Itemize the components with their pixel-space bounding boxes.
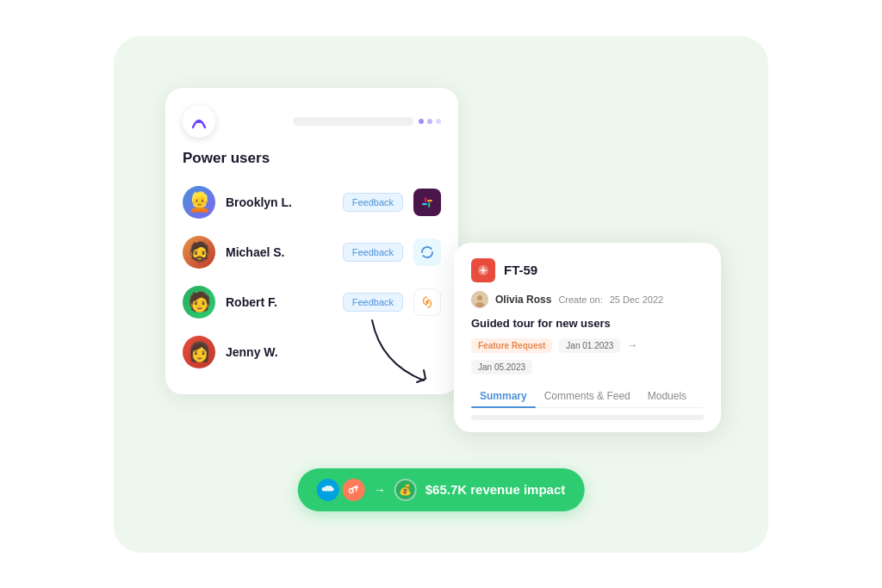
svg-point-10	[349, 488, 353, 492]
dot-2	[427, 119, 432, 124]
tab-comments-feed[interactable]: Comments & Feed	[536, 385, 639, 407]
date-arrow: →	[627, 339, 637, 351]
user-name-michael: Michael S.	[226, 245, 332, 259]
card-dots-menu[interactable]	[419, 119, 441, 124]
svg-rect-0	[425, 197, 426, 202]
revenue-flow-arrow: →	[374, 483, 386, 497]
power-users-title: Power users	[165, 150, 458, 177]
user-row[interactable]: 👱 Brooklyn L. Feedback	[165, 177, 458, 227]
arrow-decoration	[355, 312, 458, 398]
avatar-robert: 🧑	[183, 286, 215, 319]
user-row[interactable]: 🧔 Michael S. Feedback	[165, 227, 458, 277]
money-bag-icon: 💰	[394, 479, 417, 501]
ticket-author-avatar	[471, 291, 488, 308]
ticket-created-date: 25 Dec 2022	[610, 294, 663, 305]
user-name-brooklyn: Brooklyn L.	[226, 195, 332, 209]
date-start-tag: Jan 01.2023	[559, 338, 620, 353]
feature-request-tag: Feature Request	[471, 338, 552, 353]
svg-rect-1	[428, 202, 430, 207]
dot-3	[436, 119, 441, 124]
svg-point-4	[425, 300, 429, 304]
ticket-tabs: Summary Comments & Feed Moduels	[471, 385, 704, 408]
ticket-card: FT-59 Olivia Ross Create on: 25 Dec 2022…	[454, 243, 721, 432]
avatar-michael: 🧔	[183, 236, 215, 269]
date-end-tag: Jan 05.2023	[471, 360, 532, 374]
hubspot-icon	[343, 479, 365, 501]
svg-rect-2	[427, 200, 432, 201]
feedback-badge-michael: Feedback	[343, 243, 403, 262]
ticket-created-label: Create on:	[558, 294, 602, 305]
avatar-brooklyn: 👱	[183, 186, 215, 219]
revenue-bar: → 💰 $65.7K revenue impact	[298, 468, 585, 511]
ticket-content-placeholder	[471, 415, 704, 420]
revenue-amount: $65.7K revenue impact	[425, 482, 566, 497]
app-logo	[183, 105, 215, 138]
tab-modules[interactable]: Moduels	[639, 385, 695, 407]
svg-point-7	[477, 295, 482, 300]
tab-summary[interactable]: Summary	[471, 385, 536, 407]
ticket-icon	[471, 258, 495, 282]
ticket-id: FT-59	[504, 263, 537, 277]
outer-background: Power users 👱 Brooklyn L. Feedback 🧔	[114, 36, 768, 553]
ticket-author: Olivia Ross	[495, 294, 551, 306]
slack-integration-icon	[413, 189, 441, 216]
svg-point-8	[475, 302, 484, 307]
user-name-robert: Robert F.	[226, 295, 332, 309]
refresh-integration-icon	[413, 238, 441, 266]
feedback-badge-robert: Feedback	[343, 293, 403, 312]
revenue-integration-icons	[317, 479, 365, 501]
ticket-title: Guided tour for new users	[471, 317, 704, 330]
feedback-badge-brooklyn: Feedback	[343, 193, 403, 212]
dot-1	[419, 119, 424, 124]
salesforce-icon	[317, 479, 339, 501]
svg-rect-3	[422, 203, 427, 205]
avatar-jenny: 👩	[183, 336, 215, 368]
